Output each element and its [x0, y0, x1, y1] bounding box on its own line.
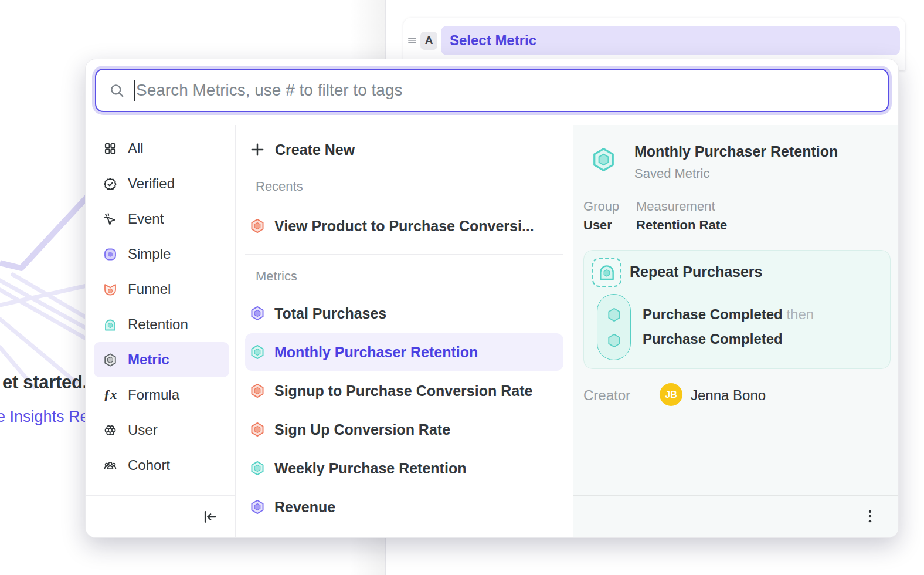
detail-subtitle: Saved Metric	[634, 166, 709, 181]
background-partial-heading: et started.	[2, 372, 87, 393]
teal-metric-hexagon-icon	[250, 460, 265, 476]
event-sequence-capsule	[597, 294, 631, 360]
purple-metric-hexagon-icon	[250, 499, 265, 515]
select-metric-label: Select Metric	[450, 32, 536, 49]
funnel-icon	[103, 282, 117, 296]
retention-icon	[103, 317, 117, 332]
formula-fx-icon: ƒx	[103, 388, 117, 402]
purple-metric-hexagon-icon	[250, 305, 265, 322]
detail-title: Monthly Purchaser Retention	[634, 143, 838, 160]
cohort-people-icon	[103, 458, 117, 472]
sidebar-item-simple[interactable]: Simple	[94, 236, 229, 272]
creator-avatar: JB	[660, 383, 682, 406]
event-hexagon-icon	[606, 333, 622, 349]
collapse-sidebar-button[interactable]	[200, 507, 220, 527]
recent-item[interactable]: View Product to Purchase Conversi...	[245, 207, 563, 245]
sidebar-item-retention[interactable]: Retention	[94, 307, 229, 342]
kebab-menu-icon	[862, 509, 878, 524]
more-options-button[interactable]	[860, 506, 881, 527]
create-new-button[interactable]: Create New	[236, 134, 573, 165]
background-insights-link[interactable]: e Insights Re	[0, 408, 89, 426]
measurement-label: Measurement	[636, 199, 715, 214]
decorative-chart-lines	[0, 194, 91, 396]
collapse-left-icon	[202, 509, 218, 525]
step-connector: then	[786, 306, 814, 322]
user-cluster-icon	[103, 423, 117, 437]
sidebar-item-all[interactable]: All	[94, 131, 229, 166]
metric-row-badge: A	[420, 32, 437, 50]
orange-metric-hexagon-icon	[250, 421, 265, 438]
verified-badge-icon	[103, 177, 117, 191]
sidebar-item-verified[interactable]: Verified	[94, 166, 229, 201]
metrics-section-label: Metrics	[256, 269, 573, 284]
metric-list-item[interactable]: Sign Up Conversion Rate	[245, 411, 563, 448]
search-box[interactable]	[95, 69, 889, 112]
metric-list-item[interactable]: Signup to Purchase Conversion Rate	[245, 372, 563, 410]
definition-card: Repeat Purchasers Purchase Completed the…	[583, 250, 891, 369]
sidebar-item-cohort[interactable]: Cohort	[94, 448, 229, 483]
metric-list-item[interactable]: Revenue	[245, 488, 563, 526]
creator-name: Jenna Bono	[691, 387, 766, 404]
grid-icon	[103, 141, 117, 155]
type-filter-sidebar: All Verified Event Simple Funnel	[86, 125, 236, 537]
funnel-metric-hexagon-icon	[250, 218, 265, 234]
search-input[interactable]	[136, 81, 875, 100]
retention-definition-icon	[592, 258, 621, 287]
recents-section-label: Recents	[256, 179, 573, 194]
sidebar-item-formula[interactable]: ƒx Formula	[94, 377, 229, 412]
sidebar-item-funnel[interactable]: Funnel	[94, 272, 229, 307]
saved-metric-hexagon-icon	[591, 147, 616, 172]
group-label: Group	[583, 199, 619, 214]
simple-metric-icon	[103, 247, 117, 261]
definition-step-1: Purchase Completed then	[643, 306, 814, 323]
teal-metric-hexagon-icon	[250, 344, 265, 360]
metric-hexagon-icon	[103, 353, 117, 367]
group-value: User	[583, 218, 612, 233]
metric-detail-panel: Monthly Purchaser Retention Saved Metric…	[573, 125, 898, 537]
sidebar-item-metric[interactable]: Metric	[94, 342, 229, 377]
definition-name: Repeat Purchasers	[630, 263, 763, 280]
event-hexagon-icon	[606, 307, 622, 323]
text-caret	[134, 80, 135, 101]
cursor-click-icon	[103, 212, 117, 226]
definition-step-2: Purchase Completed	[643, 331, 783, 347]
creator-label: Creator	[583, 387, 630, 404]
metric-picker-modal: All Verified Event Simple Funnel	[85, 59, 899, 538]
drag-handle-icon[interactable]	[406, 35, 418, 46]
metric-list-item-selected[interactable]: Monthly Purchaser Retention	[245, 333, 563, 371]
sidebar-footer	[86, 495, 235, 537]
list-divider	[245, 254, 563, 255]
metric-list-item[interactable]: Weekly Purchase Retention	[245, 449, 563, 487]
orange-metric-hexagon-icon	[250, 383, 265, 399]
sidebar-item-event[interactable]: Event	[94, 201, 229, 236]
detail-footer	[573, 495, 898, 537]
search-icon	[109, 83, 125, 99]
metric-list-item[interactable]: Total Purchases	[245, 295, 563, 332]
sidebar-item-user[interactable]: User	[94, 412, 229, 448]
measurement-value: Retention Rate	[636, 218, 727, 233]
select-metric-control[interactable]: Select Metric	[441, 26, 900, 55]
plus-icon	[250, 142, 265, 157]
metric-list-panel: Create New Recents View Product to Purch…	[236, 125, 573, 537]
